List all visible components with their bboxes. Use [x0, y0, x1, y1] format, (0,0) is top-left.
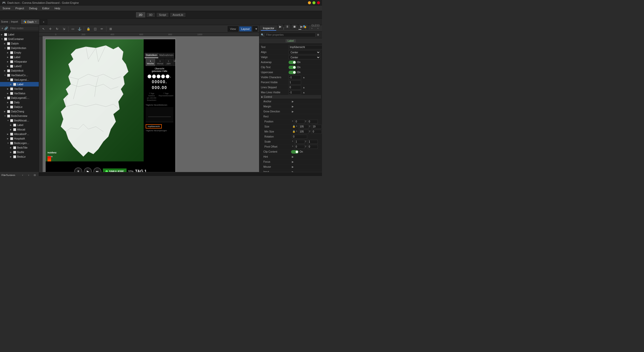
- tree-action-btn[interactable]: 🗑: [36, 105, 39, 108]
- prop-clip-content-toggle[interactable]: [291, 150, 299, 154]
- tree-action-btn[interactable]: 👁: [29, 114, 32, 117]
- inspector-tab[interactable]: Inspector: [261, 26, 276, 31]
- tree-item-daily[interactable]: ▶⬜Daily👁🔒🗑: [0, 100, 39, 105]
- pencil-button[interactable]: ✏: [99, 26, 105, 32]
- tree-action-btn[interactable]: 🗑: [36, 133, 39, 136]
- tree-item-allocationplaceh[interactable]: ▶⬜AllocationPlaceH👁🔒🗑: [0, 132, 39, 136]
- pause-play-button[interactable]: ⏸: [284, 24, 291, 29]
- prop-uppercase-toggle[interactable]: [289, 71, 296, 74]
- maximize-button[interactable]: [312, 1, 315, 4]
- tree-item-label[interactable]: ▶⬜Label👁🔒🗑: [0, 32, 39, 37]
- prop-anchor-button[interactable]: ▶: [291, 100, 295, 103]
- vaccination-overview-button[interactable]: Impfübersicht: [146, 124, 162, 128]
- tree-action-btn[interactable]: 👁: [29, 137, 32, 140]
- menu-scene[interactable]: Scene: [2, 6, 11, 10]
- tree-item-allocati[interactable]: ▶⬜Allocati: [0, 127, 39, 132]
- tree-arrow[interactable]: ▶: [10, 151, 13, 153]
- play-button[interactable]: ▶: [277, 24, 283, 29]
- tree-action-btn[interactable]: 🔒: [32, 56, 36, 59]
- tree-action-btn[interactable]: 👁: [29, 96, 32, 99]
- move-tool[interactable]: ✛: [47, 26, 53, 32]
- tree-action-btn[interactable]: 🔒: [32, 33, 36, 36]
- tree-action-btn[interactable]: 🗑: [36, 96, 39, 99]
- tree-arrow[interactable]: ▶: [7, 138, 10, 140]
- tree-arrow[interactable]: ▶: [10, 147, 13, 149]
- tree-arrow[interactable]: ▶: [4, 110, 7, 113]
- viewport-canvas[interactable]: Inzidenz Skala SOMTEHING WENT VERY WRONG…: [43, 36, 259, 172]
- time-max[interactable]: Max: [172, 59, 176, 66]
- tree-action-btn[interactable]: 🗑: [36, 101, 39, 104]
- tree-action-btn[interactable]: 👁: [29, 47, 32, 50]
- tree-action-btn[interactable]: 👁: [29, 51, 32, 54]
- prop-grow-button[interactable]: ▶: [291, 110, 295, 113]
- tree-action-btn[interactable]: 👁: [29, 101, 32, 104]
- tree-action-btn[interactable]: 👁: [29, 69, 32, 72]
- tree-action-btn[interactable]: 🔒: [32, 92, 36, 95]
- tree-action-btn[interactable]: 🔒: [32, 47, 36, 50]
- prop-text-input[interactable]: [289, 45, 322, 49]
- tree-arrow[interactable]: ▶: [7, 52, 10, 54]
- tree-action-btn[interactable]: 🔒: [32, 101, 36, 104]
- tree-item-bedstitle[interactable]: ▶⬜BedsTitle: [0, 145, 39, 150]
- tree-action-btn[interactable]: 🗑: [36, 142, 39, 145]
- time-1jahr[interactable]: 1 Jahr: [165, 59, 172, 66]
- tree-arrow[interactable]: ▶: [7, 101, 10, 104]
- prop-autowrap-toggle[interactable]: [289, 61, 296, 64]
- tree-item-vaxstatus[interactable]: ▶⬜VaxStatus👁🔒🗑: [0, 91, 39, 96]
- tree-arrow[interactable]: ▶: [4, 70, 7, 72]
- prop-scale-x[interactable]: [295, 140, 305, 144]
- prop-hint-expand[interactable]: ▶: [291, 155, 295, 159]
- tree-item-vaxlegendcont[interactable]: ▼⬜VaxLegendCont👁🔒🗑: [0, 77, 39, 82]
- fs-back-button[interactable]: ‹: [20, 173, 25, 176]
- tree-action-btn[interactable]: 🔒: [32, 78, 36, 81]
- tree-arrow[interactable]: ▶: [7, 106, 10, 108]
- tree-action-btn[interactable]: 👁: [29, 105, 32, 108]
- tree-item-bedsoverview[interactable]: ▼⬜BedsOverview👁🔒🗑: [0, 114, 39, 118]
- tree-item-bednr[interactable]: ▶⬜BedNr: [0, 150, 39, 154]
- prop-visible-chars-input[interactable]: [289, 75, 301, 79]
- tree-item-bedslegendcon[interactable]: ▼⬜BedsLegendCon👁🔒🗑: [0, 141, 39, 145]
- tree-item-label[interactable]: ▶⬜Label👁🔒🗑: [0, 55, 39, 59]
- tree-item-empty[interactable]: ▶⬜Empty👁🔒🗑: [0, 50, 39, 55]
- tree-action-btn[interactable]: 🔒: [32, 96, 36, 99]
- stop-button[interactable]: ⏹: [291, 24, 298, 29]
- tree-action-btn[interactable]: 🔒: [32, 65, 36, 68]
- prop-clip-text-toggle[interactable]: [289, 66, 296, 69]
- tree-arrow[interactable]: ▶: [7, 61, 10, 63]
- tree-item-dailyinfection[interactable]: ▼⬜DailyInfection👁🔒🗑: [0, 46, 39, 50]
- play-scene-button[interactable]: ▶🎭: [299, 24, 308, 29]
- prop-min-size-lock[interactable]: 🔒: [292, 130, 296, 133]
- tree-action-btn[interactable]: 🗑: [36, 42, 39, 45]
- tree-action-btn[interactable]: 🔒: [32, 74, 36, 77]
- tab-scene-label[interactable]: Scene: [1, 20, 8, 23]
- prop-size-x[interactable]: [299, 125, 309, 129]
- play-button-game[interactable]: ▶: [84, 167, 92, 172]
- tree-item-vaxstatuscontain[interactable]: ▼⬜VaxStatusContain👁🔒🗑: [0, 73, 39, 77]
- prop-mouse-expand[interactable]: ▶: [291, 165, 295, 169]
- tree-action-btn[interactable]: 🗑: [36, 33, 39, 36]
- prop-min-size-y[interactable]: [312, 130, 322, 134]
- tree-action-btn[interactable]: 🔒: [32, 110, 36, 113]
- tree-arrow[interactable]: ▶: [10, 156, 13, 158]
- prop-max-lines-input[interactable]: [289, 91, 301, 95]
- tree-item-dailyinfecti[interactable]: ▶⬜DailyInfecti👁🔒🗑: [0, 68, 39, 73]
- tree-arrow[interactable]: ▶: [7, 133, 10, 135]
- prop-valign-select[interactable]: Center: [289, 55, 320, 59]
- prop-max-lines-up[interactable]: ▲: [302, 91, 306, 94]
- tree-action-btn[interactable]: 🔒: [32, 105, 36, 108]
- close-button[interactable]: [317, 1, 320, 4]
- tree-action-btn[interactable]: 🗑: [36, 74, 39, 77]
- tree-action-btn[interactable]: 🔒: [32, 51, 36, 54]
- tree-item-label[interactable]: ▶⬜Label: [0, 82, 39, 86]
- tree-action-btn[interactable]: 🗑: [36, 137, 39, 140]
- scale-tool[interactable]: ⇲: [61, 26, 67, 32]
- tree-arrow[interactable]: ▶: [7, 65, 10, 67]
- mode-3d-button[interactable]: 3D: [146, 12, 155, 17]
- mode-script-button[interactable]: Script: [156, 12, 169, 17]
- tree-arrow[interactable]: ▼: [4, 97, 7, 99]
- rect-tool[interactable]: ▭: [70, 26, 76, 32]
- prop-percent-visible-input[interactable]: [289, 80, 301, 84]
- tab-import-label[interactable]: Import: [11, 20, 18, 23]
- lock-button[interactable]: 🔒: [85, 26, 91, 32]
- tree-action-btn[interactable]: 👁: [29, 119, 32, 122]
